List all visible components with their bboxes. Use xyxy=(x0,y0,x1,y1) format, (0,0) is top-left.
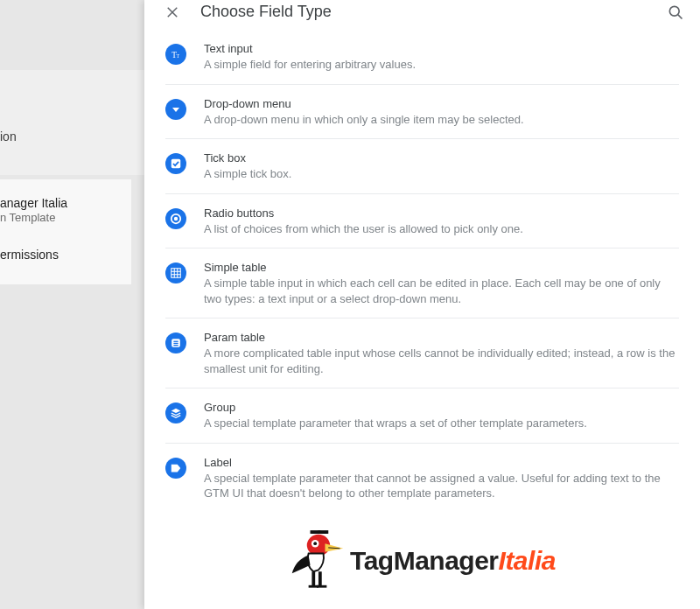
field-type-list: TT Text input A simple field for enterin… xyxy=(144,24,700,513)
field-option-tickbox[interactable]: Tick box A simple tick box. xyxy=(165,139,679,194)
table-icon xyxy=(165,262,186,284)
background-permissions-fragment: ermissions xyxy=(0,248,59,262)
svg-rect-27 xyxy=(312,571,315,586)
radio-icon xyxy=(165,208,186,229)
field-option-title: Drop-down menu xyxy=(204,97,679,110)
panel-header: Choose Field Type xyxy=(144,0,700,24)
close-button[interactable] xyxy=(162,2,183,23)
background-block xyxy=(0,179,131,284)
svg-text:T: T xyxy=(177,52,180,58)
svg-point-2 xyxy=(669,6,679,16)
field-option-desc: A simple field for entering arbitrary va… xyxy=(204,57,679,73)
background-subtitle-fragment: n Template xyxy=(0,211,55,224)
field-option-desc: A special template parameter that wraps … xyxy=(204,416,679,431)
search-button[interactable] xyxy=(665,2,686,23)
field-option-desc: A drop-down menu in which only a single … xyxy=(204,112,679,128)
background-block xyxy=(0,70,144,175)
field-option-text-input[interactable]: TT Text input A simple field for enterin… xyxy=(165,30,679,85)
field-option-group[interactable]: Group A special template parameter that … xyxy=(165,388,679,444)
svg-marker-6 xyxy=(172,108,179,112)
choose-field-type-panel: Choose Field Type TT Text input A simple… xyxy=(144,0,700,609)
svg-line-3 xyxy=(678,15,682,19)
field-option-desc: A more complicated table input whose cel… xyxy=(204,346,679,376)
field-option-title: Param table xyxy=(204,331,679,344)
logo-text-part2: Italia xyxy=(499,546,556,575)
field-option-desc: A list of choices from which the user is… xyxy=(204,221,679,237)
svg-rect-28 xyxy=(318,571,322,586)
svg-marker-19 xyxy=(172,409,181,413)
dropdown-icon xyxy=(165,99,186,120)
field-option-title: Radio buttons xyxy=(204,206,679,220)
search-icon xyxy=(667,4,684,21)
field-option-title: Text input xyxy=(204,42,679,55)
close-icon xyxy=(164,4,180,20)
label-icon xyxy=(165,458,186,479)
field-option-title: Group xyxy=(204,401,679,414)
field-option-title: Tick box xyxy=(204,151,679,164)
logo-text: TagManagerItalia xyxy=(350,546,556,576)
woodpecker-icon xyxy=(289,530,346,592)
field-option-desc: A simple tick box. xyxy=(204,166,679,182)
tagmanageritalia-logo: TagManagerItalia xyxy=(144,513,700,609)
field-option-dropdown[interactable]: Drop-down menu A drop-down menu in which… xyxy=(165,85,679,140)
group-icon xyxy=(165,402,186,424)
param-table-icon xyxy=(165,332,186,354)
background-title-fragment: anager Italia xyxy=(0,196,67,210)
field-option-desc: A special template parameter that cannot… xyxy=(204,471,679,501)
svg-point-9 xyxy=(174,216,178,220)
logo-text-part1: TagManager xyxy=(350,546,498,575)
field-option-param-table[interactable]: Param table A more complicated table inp… xyxy=(165,318,679,388)
field-option-simple-table[interactable]: Simple table A simple table input in whi… xyxy=(165,248,679,318)
svg-rect-10 xyxy=(172,269,181,278)
background-text-fragment: ion xyxy=(0,130,17,144)
field-option-title: Simple table xyxy=(204,261,679,274)
tickbox-icon xyxy=(165,153,186,174)
text-input-icon: TT xyxy=(165,44,186,65)
panel-title: Choose Field Type xyxy=(200,3,665,21)
field-option-desc: A simple table input in which each cell … xyxy=(204,276,679,306)
field-option-title: Label xyxy=(204,456,679,469)
field-option-label[interactable]: Label A special template parameter that … xyxy=(165,444,679,513)
svg-point-24 xyxy=(313,542,317,545)
field-option-radio[interactable]: Radio buttons A list of choices from whi… xyxy=(165,194,679,249)
